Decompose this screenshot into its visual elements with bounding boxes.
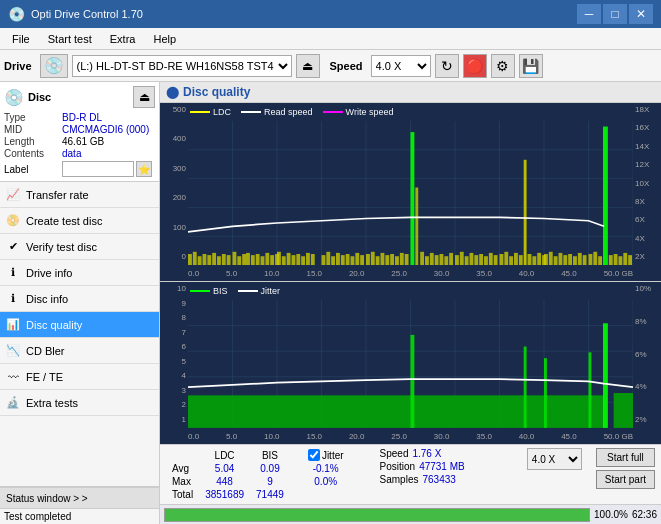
options-button[interactable]: ⚙	[491, 54, 515, 78]
svg-rect-119	[188, 395, 604, 428]
action-buttons: Start full Start part	[596, 448, 655, 489]
close-button[interactable]: ✕	[629, 4, 653, 24]
jitter-checkbox[interactable]	[308, 449, 320, 461]
nav-drive-info-label: Drive info	[26, 267, 72, 279]
titlebar: 💿 Opti Drive Control 1.70 ─ □ ✕	[0, 0, 661, 28]
svg-rect-94	[578, 253, 582, 265]
refresh-button[interactable]: ↻	[435, 54, 459, 78]
status-text: Test completed	[0, 509, 159, 524]
chart2-x-axis: 0.0 5.0 10.0 15.0 20.0 25.0 30.0 35.0 40…	[188, 428, 633, 444]
legend-jitter: Jitter	[238, 286, 281, 296]
svg-rect-46	[341, 255, 345, 265]
svg-rect-58	[400, 253, 404, 265]
legend-write-speed: Write speed	[323, 107, 394, 117]
svg-rect-88	[549, 252, 553, 265]
save-button[interactable]: 💾	[519, 54, 543, 78]
app-title: Opti Drive Control 1.70	[31, 8, 143, 20]
svg-rect-50	[360, 255, 364, 265]
disc-eject-button[interactable]: ⏏	[133, 86, 155, 108]
avg-jitter-value: -0.1%	[302, 462, 350, 475]
svg-rect-82	[524, 160, 527, 265]
nav-cd-bler-label: CD Bler	[26, 345, 65, 357]
disc-length-row: Length 46.61 GB	[4, 136, 155, 147]
status-window-button[interactable]: Status window > >	[0, 487, 159, 509]
svg-rect-80	[514, 253, 518, 265]
nav-verify-test-disc[interactable]: ✔ Verify test disc	[0, 234, 159, 260]
nav-transfer-rate[interactable]: 📈 Transfer rate	[0, 182, 159, 208]
disc-label-input[interactable]	[62, 161, 134, 177]
drive-select[interactable]: (L:) HL-DT-ST BD-RE WH16NS58 TST4	[72, 55, 292, 77]
menu-file[interactable]: File	[4, 31, 38, 47]
stats-total-row: Total 3851689 71449	[166, 488, 350, 501]
svg-rect-44	[331, 256, 335, 265]
svg-rect-35	[282, 256, 286, 265]
chart1-legend: LDC Read speed Write speed	[190, 107, 393, 117]
max-label: Max	[166, 475, 199, 488]
speed-select-area: 4.0 X 1.0 X 2.0 X	[527, 448, 582, 470]
col-header-bis: BIS	[250, 448, 290, 462]
menu-help[interactable]: Help	[145, 31, 184, 47]
svg-rect-98	[598, 256, 602, 265]
svg-rect-100	[609, 255, 613, 265]
nav-create-test-disc[interactable]: 📀 Create test disc	[0, 208, 159, 234]
eject-button[interactable]: ⏏	[296, 54, 320, 78]
max-jitter-value: 0.0%	[302, 475, 350, 488]
svg-rect-31	[265, 253, 269, 265]
burn-button[interactable]: 🔴	[463, 54, 487, 78]
toolbar: Drive 💿 (L:) HL-DT-ST BD-RE WH16NS58 TST…	[0, 50, 661, 82]
maximize-button[interactable]: □	[603, 4, 627, 24]
svg-rect-29	[256, 254, 260, 265]
drive-icon-button[interactable]: 💿	[40, 54, 68, 78]
nav-disc-info[interactable]: ℹ Disc info	[0, 286, 159, 312]
svg-rect-123	[589, 352, 592, 428]
svg-rect-59	[405, 254, 409, 265]
svg-rect-73	[479, 254, 483, 265]
svg-rect-104	[628, 255, 632, 265]
menu-start-test[interactable]: Start test	[40, 31, 100, 47]
svg-rect-62	[425, 256, 429, 265]
menu-extra[interactable]: Extra	[102, 31, 144, 47]
samples-row: Samples 763433	[380, 474, 465, 485]
svg-rect-45	[336, 253, 340, 265]
svg-rect-43	[326, 252, 330, 265]
disc-mid-row: MID CMCMAGDI6 (000)	[4, 124, 155, 135]
position-row: Position 47731 MB	[380, 461, 465, 472]
speed-select-stats[interactable]: 4.0 X 1.0 X 2.0 X	[527, 448, 582, 470]
titlebar-controls: ─ □ ✕	[577, 4, 653, 24]
svg-rect-64	[435, 255, 439, 265]
svg-rect-70	[465, 256, 469, 265]
max-ldc-value: 448	[199, 475, 250, 488]
speed-select[interactable]: 4.0 X 1.0 X 2.0 X 8.0 X	[371, 55, 431, 77]
nav-fe-te-label: FE / TE	[26, 371, 63, 383]
svg-rect-125	[614, 393, 633, 428]
content-icon: ⬤	[166, 85, 179, 99]
svg-rect-60	[415, 188, 418, 266]
svg-rect-25	[242, 254, 246, 265]
statusbar: Status window > > Test completed	[0, 486, 159, 524]
nav-cd-bler[interactable]: 📉 CD Bler	[0, 338, 159, 364]
bottom-progress-container	[164, 508, 590, 522]
start-full-button[interactable]: Start full	[596, 448, 655, 467]
svg-rect-21	[222, 254, 226, 265]
svg-rect-61	[420, 252, 424, 265]
svg-rect-30	[261, 256, 265, 265]
titlebar-left: 💿 Opti Drive Control 1.70	[8, 6, 143, 22]
chart1-plot	[188, 121, 633, 265]
nav-disc-quality[interactable]: 📊 Disc quality	[0, 312, 159, 338]
col-header-ldc: LDC	[199, 448, 250, 462]
nav-fe-te[interactable]: 〰 FE / TE	[0, 364, 159, 390]
stats-area: LDC BIS Jitter Avg 5.04 0.09 -0.1	[160, 444, 661, 504]
nav-list: 📈 Transfer rate 📀 Create test disc ✔ Ver…	[0, 182, 159, 416]
legend-read-speed: Read speed	[241, 107, 313, 117]
disc-label-icon-button[interactable]: ⭐	[136, 161, 152, 177]
nav-drive-info[interactable]: ℹ Drive info	[0, 260, 159, 286]
minimize-button[interactable]: ─	[577, 4, 601, 24]
start-part-button[interactable]: Start part	[596, 470, 655, 489]
transfer-rate-icon: 📈	[6, 188, 20, 202]
svg-rect-71	[470, 253, 474, 265]
nav-extra-tests-label: Extra tests	[26, 397, 78, 409]
bottom-progress-bar	[165, 509, 589, 521]
drive-info-icon: ℹ	[6, 266, 20, 280]
nav-extra-tests[interactable]: 🔬 Extra tests	[0, 390, 159, 416]
fe-te-icon: 〰	[6, 370, 20, 384]
